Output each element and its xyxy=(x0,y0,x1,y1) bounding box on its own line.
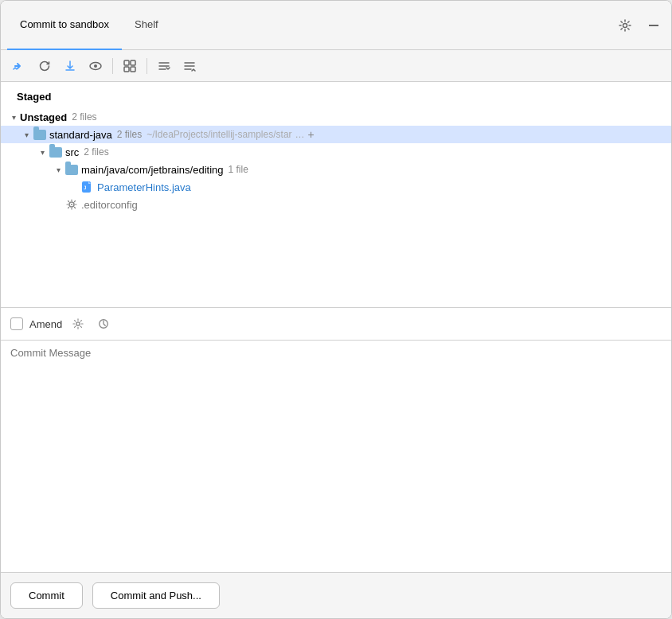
svg-rect-6 xyxy=(124,67,129,72)
svg-text:J: J xyxy=(84,185,87,190)
editorconfig-row[interactable]: .editorconfig xyxy=(1,196,671,213)
toolbar xyxy=(1,50,671,82)
commit-button[interactable]: Commit xyxy=(10,582,83,609)
main-path-row[interactable]: ▾ main/java/com/jetbrains/editing 1 file xyxy=(1,161,671,178)
amend-label: Amend xyxy=(29,318,62,330)
editorconfig-icon xyxy=(64,198,79,211)
svg-point-13 xyxy=(76,322,80,325)
collapse-all-button[interactable] xyxy=(178,55,201,77)
download-button[interactable] xyxy=(58,55,82,77)
title-bar: Commit to sandbox Shelf xyxy=(1,1,671,50)
java-file-row[interactable]: J ParameterHints.java xyxy=(1,178,671,196)
commit-message-input[interactable] xyxy=(1,341,671,572)
title-bar-actions xyxy=(614,14,665,37)
main-folder-icon xyxy=(64,163,79,176)
svg-point-12 xyxy=(71,204,72,205)
src-chevron: ▾ xyxy=(36,146,49,158)
svg-rect-4 xyxy=(124,60,129,65)
amend-checkbox[interactable] xyxy=(10,317,23,330)
main-path-chevron: ▾ xyxy=(52,163,64,176)
svg-point-3 xyxy=(94,64,97,68)
repo-row[interactable]: ▾ standard-java 2 files ~/IdeaProjects/i… xyxy=(1,126,671,143)
minimize-button[interactable] xyxy=(643,14,665,37)
repo-folder-icon xyxy=(33,128,47,141)
staged-section[interactable]: Staged xyxy=(1,85,671,108)
expand-all-button[interactable] xyxy=(152,55,176,77)
tab-commit[interactable]: Commit to sandbox xyxy=(7,1,122,50)
repo-chevron: ▾ xyxy=(20,128,33,141)
unstaged-chevron: ▾ xyxy=(7,111,20,123)
settings-icon-button[interactable] xyxy=(614,14,636,37)
bottom-bar: Commit Commit and Push... xyxy=(1,572,671,618)
toolbar-separator-1 xyxy=(112,58,113,74)
svg-point-0 xyxy=(623,23,627,27)
add-button[interactable] xyxy=(7,55,31,77)
toolbar-separator-2 xyxy=(147,58,147,74)
refresh-button[interactable] xyxy=(33,55,57,77)
commit-and-push-button[interactable]: Commit and Push... xyxy=(92,582,220,609)
svg-rect-7 xyxy=(131,67,135,72)
main-window: Commit to sandbox Shelf xyxy=(0,0,672,619)
tab-shelf[interactable]: Shelf xyxy=(122,1,171,50)
java-file-icon: J xyxy=(80,181,95,193)
path-ellipsis: … xyxy=(295,129,305,140)
eye-button[interactable] xyxy=(84,55,107,77)
src-folder-icon xyxy=(49,146,63,158)
amend-settings-icon[interactable] xyxy=(68,314,88,333)
unstaged-section[interactable]: ▾ Unstaged 2 files xyxy=(1,108,671,126)
amend-bar: Amend xyxy=(1,307,671,341)
grid-button[interactable] xyxy=(118,55,142,77)
svg-rect-5 xyxy=(131,60,135,65)
amend-history-icon[interactable] xyxy=(94,314,113,333)
svg-rect-1 xyxy=(649,25,658,26)
src-folder-row[interactable]: ▾ src 2 files xyxy=(1,143,671,161)
file-tree: Staged ▾ Unstaged 2 files ▾ standard-jav… xyxy=(1,82,671,307)
add-file-button[interactable]: + xyxy=(308,128,315,141)
